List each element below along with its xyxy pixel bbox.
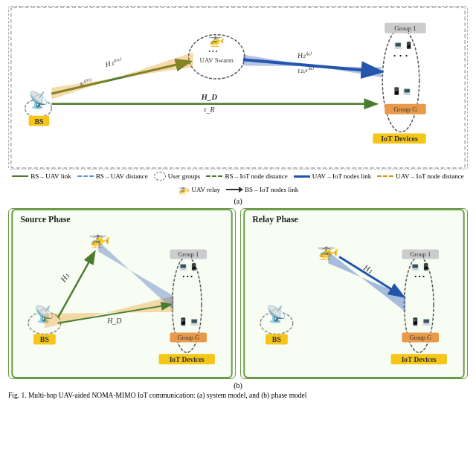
legend-line-black bbox=[226, 189, 242, 190]
svg-text:τ_R: τ_R bbox=[204, 106, 215, 114]
svg-text:📱: 📱 bbox=[405, 41, 414, 50]
svg-text:📱: 📱 bbox=[392, 86, 402, 96]
legend-bs-uav-dist: BS – UAV distance bbox=[77, 172, 148, 180]
svg-text:Source Phase: Source Phase bbox=[20, 214, 70, 224]
caption-b: (b) bbox=[234, 381, 242, 389]
svg-text:IoT Devices: IoT Devices bbox=[170, 356, 205, 363]
svg-text:💻: 💻 bbox=[402, 86, 412, 96]
legend-label: UAV – IoT nodes link bbox=[312, 172, 372, 180]
svg-line-79 bbox=[339, 256, 402, 296]
svg-text:BS: BS bbox=[272, 335, 282, 343]
legend-bs-iot-dist: BS – IoT node distance bbox=[206, 172, 287, 180]
svg-text:🚁: 🚁 bbox=[208, 31, 225, 48]
svg-text:💻: 💻 bbox=[393, 40, 403, 50]
svg-text:📡: 📡 bbox=[266, 304, 287, 324]
legend-uav-relay: 🚁 UAV relay bbox=[178, 184, 220, 195]
legend-label: User groups bbox=[168, 172, 201, 180]
panel-relay: Relay Phase 📡 BS 🚁 Group 1 💻 📱 • • • bbox=[240, 208, 468, 379]
legend-label: BS – IoT node distance bbox=[225, 172, 287, 180]
svg-text:📡: 📡 bbox=[28, 90, 49, 110]
caption-a: (a) bbox=[234, 197, 242, 205]
svg-text:UAV Swarm: UAV Swarm bbox=[200, 56, 234, 64]
svg-text:τ₂,ₖ⁽ⁿ⁾: τ₂,ₖ⁽ⁿ⁾ bbox=[297, 65, 315, 74]
svg-text:💻: 💻 bbox=[178, 262, 188, 271]
svg-text:Relay Phase: Relay Phase bbox=[252, 214, 298, 224]
svg-text:•: • bbox=[393, 52, 396, 59]
legend-user-groups: User groups bbox=[154, 172, 201, 181]
svg-text:IoT Devices: IoT Devices bbox=[381, 135, 418, 143]
legend-line-blue-solid bbox=[294, 175, 310, 178]
panel-source: Source Phase 📡 BS 🚁 Group 1 💻 📱 • • • bbox=[8, 208, 236, 379]
svg-text:📱: 📱 bbox=[411, 317, 420, 326]
legend-label: UAV – IoT node distance bbox=[396, 172, 464, 180]
svg-text:Group 1: Group 1 bbox=[394, 25, 416, 32]
svg-text:H₁⁽ᵐ⁾: H₁⁽ᵐ⁾ bbox=[103, 56, 123, 69]
svg-text:💻: 💻 bbox=[422, 317, 431, 326]
page-container: 📡 BS 🚁 • • • UAV Swarm Group 1 💻 📱 • • •… bbox=[0, 0, 476, 469]
legend-label: BS – UAV distance bbox=[96, 172, 148, 180]
legend-bs-iot-link: BS – IoT nodes link bbox=[226, 186, 298, 193]
svg-text:💻: 💻 bbox=[190, 317, 199, 326]
svg-text:BS: BS bbox=[34, 117, 44, 126]
svg-text:• • •: • • • bbox=[182, 273, 193, 280]
svg-marker-54 bbox=[98, 242, 173, 311]
svg-text:H₂⁽ⁿ⁾: H₂⁽ⁿ⁾ bbox=[296, 51, 312, 60]
svg-text:•: • bbox=[405, 52, 408, 59]
legend-row: BS – UAV link BS – UAV distance User gro… bbox=[8, 172, 468, 195]
legend-bs-uav-link: BS – UAV link bbox=[12, 172, 71, 180]
svg-rect-59 bbox=[244, 210, 463, 378]
legend-line-blue-dashed bbox=[77, 175, 94, 177]
svg-text:📱: 📱 bbox=[178, 317, 188, 326]
svg-marker-78 bbox=[328, 251, 405, 311]
figure-caption: Fig. 1. Multi-hop UAV-aided NOMA-MIMO Io… bbox=[8, 391, 468, 401]
svg-text:H_D: H_D bbox=[106, 317, 121, 325]
svg-text:H_D: H_D bbox=[200, 92, 217, 101]
legend-uav-iot-dist: UAV – IoT node distance bbox=[377, 172, 464, 180]
diagram-a: 📡 BS 🚁 • • • UAV Swarm Group 1 💻 📱 • • •… bbox=[8, 6, 468, 169]
svg-text:• • •: • • • bbox=[208, 48, 217, 55]
svg-text:IoT Devices: IoT Devices bbox=[402, 356, 437, 363]
svg-text:H₁: H₁ bbox=[58, 271, 71, 284]
svg-text:BS: BS bbox=[40, 335, 50, 343]
svg-text:📱: 📱 bbox=[422, 262, 431, 271]
legend-label: BS – UAV link bbox=[30, 172, 71, 180]
legend-line-green-dashed bbox=[206, 175, 222, 177]
diagrams-b-row: Source Phase 📡 BS 🚁 Group 1 💻 📱 • • • bbox=[8, 208, 468, 379]
svg-text:•: • bbox=[399, 52, 402, 59]
svg-text:💻: 💻 bbox=[411, 262, 420, 271]
legend-dashed-circle bbox=[154, 172, 166, 181]
svg-text:Group 1: Group 1 bbox=[178, 250, 199, 258]
svg-line-55 bbox=[58, 253, 94, 317]
svg-marker-23 bbox=[51, 52, 193, 99]
svg-text:Group 1: Group 1 bbox=[410, 250, 431, 258]
svg-text:Group G: Group G bbox=[177, 334, 199, 341]
svg-text:Group G: Group G bbox=[393, 106, 417, 113]
legend-label: UAV relay bbox=[192, 186, 220, 193]
svg-text:• • •: • • • bbox=[414, 273, 425, 280]
svg-text:Group G: Group G bbox=[409, 334, 431, 341]
svg-rect-34 bbox=[12, 210, 231, 378]
legend-label: BS – IoT nodes link bbox=[245, 186, 298, 193]
legend-line-yellow-dashed bbox=[377, 175, 393, 177]
legend-uav-iot-link: UAV – IoT nodes link bbox=[294, 172, 372, 180]
legend-line-green bbox=[12, 175, 28, 178]
svg-text:📱: 📱 bbox=[190, 262, 199, 271]
drone-icon: 🚁 bbox=[178, 184, 190, 195]
